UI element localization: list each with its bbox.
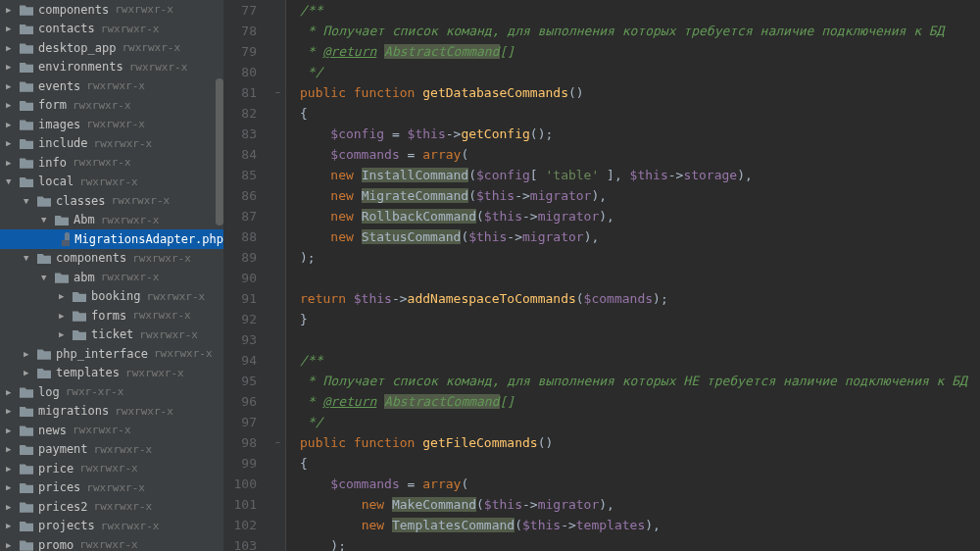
tree-arrow-icon[interactable]: ▶ — [6, 81, 18, 91]
code-line[interactable]: * Получает список команд, для выполнения… — [300, 371, 980, 391]
file-tree-sidebar[interactable]: ▶componentsrwxrwxr-x▶contactsrwxrwxr-x▶d… — [0, 0, 223, 551]
tree-item-components[interactable]: ▼componentsrwxrwxr-x — [0, 249, 223, 269]
tree-item-price[interactable]: ▶pricerwxrwxr-x — [0, 459, 223, 478]
tree-item-info[interactable]: ▶inforwxrwxr-x — [0, 153, 223, 173]
tree-item-form[interactable]: ▶formrwxrwxr-x — [0, 96, 223, 116]
tree-item-log[interactable]: ▶logrwxr-xr-x — [0, 382, 223, 402]
tree-item-templates[interactable]: ▶templatesrwxrwxr-x — [0, 364, 223, 383]
tree-arrow-icon[interactable]: ▶ — [59, 291, 71, 301]
tree-item-forms[interactable]: ▶formsrwxrwxr-x — [0, 306, 223, 326]
tree-arrow-icon[interactable]: ▼ — [41, 215, 53, 225]
tree-arrow-icon[interactable]: ▶ — [59, 311, 71, 321]
tree-arrow-icon[interactable]: ▶ — [6, 406, 18, 416]
tree-item-payment[interactable]: ▶paymentrwxrwxr-x — [0, 440, 223, 460]
tree-arrow-icon[interactable]: ▼ — [6, 176, 18, 186]
code-token: ); — [300, 538, 346, 551]
code-area[interactable]: /** * Получает список команд, для выполн… — [286, 0, 980, 551]
tree-arrow-icon[interactable]: ▶ — [6, 138, 18, 148]
tree-arrow-icon[interactable]: ▶ — [24, 368, 35, 377]
tree-arrow-icon[interactable]: ▶ — [6, 62, 18, 72]
tree-arrow-icon[interactable]: ▶ — [6, 521, 18, 530]
tree-arrow-icon[interactable]: ▶ — [59, 329, 71, 339]
tree-item-label: components — [56, 251, 126, 265]
tree-item-abm[interactable]: ▼abmrwxrwxr-x — [0, 268, 223, 287]
fold-marker — [270, 124, 285, 144]
code-line[interactable]: * @return AbstractCommand[] — [300, 41, 980, 62]
folder-icon — [20, 137, 33, 149]
code-token — [300, 209, 330, 224]
tree-arrow-icon[interactable]: ▶ — [6, 24, 18, 33]
tree-arrow-icon[interactable]: ▶ — [6, 100, 18, 110]
tree-item-migrations[interactable]: ▶migrationsrwxrwxr-x — [0, 402, 223, 422]
tree-arrow-icon[interactable]: ▼ — [24, 253, 35, 263]
tree-arrow-icon[interactable]: ▶ — [6, 464, 18, 474]
tree-item-classes[interactable]: ▼classesrwxrwxr-x — [0, 191, 223, 211]
tree-item-prices2[interactable]: ▶prices2rwxrwxr-x — [0, 497, 223, 517]
tree-item-contacts[interactable]: ▶contactsrwxrwxr-x — [0, 20, 223, 39]
tree-item-ticket[interactable]: ▶ticketrwxrwxr-x — [0, 326, 223, 345]
code-line[interactable]: */ — [300, 62, 980, 82]
code-line[interactable]: new StatusCommand($this->migrator), — [300, 226, 980, 247]
code-line[interactable]: new InstallCommand($config[ 'table' ], $… — [300, 165, 980, 185]
tree-arrow-icon[interactable]: ▶ — [6, 5, 18, 15]
code-line[interactable]: new RollbackCommand($this->migrator), — [300, 206, 980, 226]
tree-arrow-icon[interactable]: ▶ — [6, 502, 18, 512]
fold-column[interactable]: −− — [270, 0, 286, 551]
code-line[interactable]: $commands = array( — [300, 144, 980, 165]
code-line[interactable]: */ — [300, 412, 980, 432]
tree-item-events[interactable]: ▶eventsrwxrwxr-x — [0, 76, 223, 96]
tree-item-booking[interactable]: ▶bookingrwxrwxr-x — [0, 287, 223, 307]
code-line[interactable]: public function getFileCommands() — [300, 432, 980, 453]
code-line[interactable]: public function getDatabaseCommands() — [300, 82, 980, 103]
tree-arrow-icon[interactable]: ▶ — [6, 43, 18, 53]
tree-item-news[interactable]: ▶newsrwxrwxr-x — [0, 421, 223, 440]
tree-item-abm[interactable]: ▼Abmrwxrwxr-x — [0, 211, 223, 230]
tree-item-php_interface[interactable]: ▶php_interfacerwxrwxr-x — [0, 344, 223, 364]
tree-item-include[interactable]: ▶includerwxrwxr-x — [0, 134, 223, 154]
code-line[interactable]: new TemplatesCommand($this->templates), — [300, 515, 980, 535]
code-line[interactable]: $commands = array( — [300, 474, 980, 494]
code-editor[interactable]: 7778798081828384858687888990919293949596… — [223, 0, 980, 551]
tree-arrow-icon[interactable]: ▶ — [6, 426, 18, 435]
tree-item-migrationsadapter-php[interactable]: MigrationsAdapter.php — [0, 229, 223, 249]
tree-item-prices[interactable]: ▶pricesrwxrwxr-x — [0, 478, 223, 498]
code-line[interactable]: $config = $this->getConfig(); — [300, 124, 980, 144]
tree-arrow-icon[interactable]: ▼ — [24, 196, 35, 206]
tree-arrow-icon[interactable]: ▶ — [6, 387, 18, 397]
tree-arrow-icon[interactable]: ▶ — [6, 158, 18, 168]
tree-item-local[interactable]: ▼localrwxrwxr-x — [0, 173, 223, 192]
tree-item-projects[interactable]: ▶projectsrwxrwxr-x — [0, 517, 223, 536]
code-line[interactable]: * @return AbstractCommand[] — [300, 391, 980, 412]
code-line[interactable]: return $this->addNamespaceToCommands($co… — [300, 288, 980, 309]
code-line[interactable]: { — [300, 103, 980, 124]
tree-item-permissions: rwxrwxr-x — [115, 3, 173, 16]
tree-item-promo[interactable]: ▶promorwxrwxr-x — [0, 535, 223, 551]
tree-item-environments[interactable]: ▶environmentsrwxrwxr-x — [0, 58, 223, 77]
code-line[interactable] — [300, 329, 980, 350]
code-line[interactable]: * Получает список команд, для выполнения… — [300, 21, 980, 41]
fold-marker[interactable]: − — [270, 82, 285, 103]
code-line[interactable]: ); — [300, 535, 980, 551]
sidebar-scrollbar[interactable] — [216, 78, 223, 225]
fold-marker[interactable]: − — [270, 432, 285, 453]
tree-item-desktop_app[interactable]: ▶desktop_apprwxrwxr-x — [0, 38, 223, 58]
code-line[interactable]: new MakeCommand($this->migrator), — [300, 494, 980, 515]
tree-item-images[interactable]: ▶imagesrwxrwxr-x — [0, 115, 223, 134]
code-line[interactable]: ); — [300, 247, 980, 268]
code-line[interactable]: /** — [300, 0, 980, 21]
code-line[interactable]: } — [300, 309, 980, 329]
tree-item-label: components — [38, 3, 109, 17]
tree-item-permissions: rwxrwxr-x — [112, 194, 171, 207]
tree-arrow-icon[interactable]: ▶ — [6, 540, 18, 550]
code-line[interactable]: new MigrateCommand($this->migrator), — [300, 185, 980, 206]
code-token: new — [362, 518, 392, 532]
tree-arrow-icon[interactable]: ▶ — [6, 444, 18, 454]
tree-arrow-icon[interactable]: ▶ — [6, 482, 18, 492]
tree-arrow-icon[interactable]: ▶ — [24, 349, 35, 359]
tree-arrow-icon[interactable]: ▼ — [41, 273, 53, 282]
code-line[interactable] — [300, 268, 980, 288]
tree-item-components[interactable]: ▶componentsrwxrwxr-x — [0, 0, 223, 20]
code-line[interactable]: { — [300, 453, 980, 474]
tree-arrow-icon[interactable]: ▶ — [6, 120, 18, 129]
code-line[interactable]: /** — [300, 350, 980, 371]
